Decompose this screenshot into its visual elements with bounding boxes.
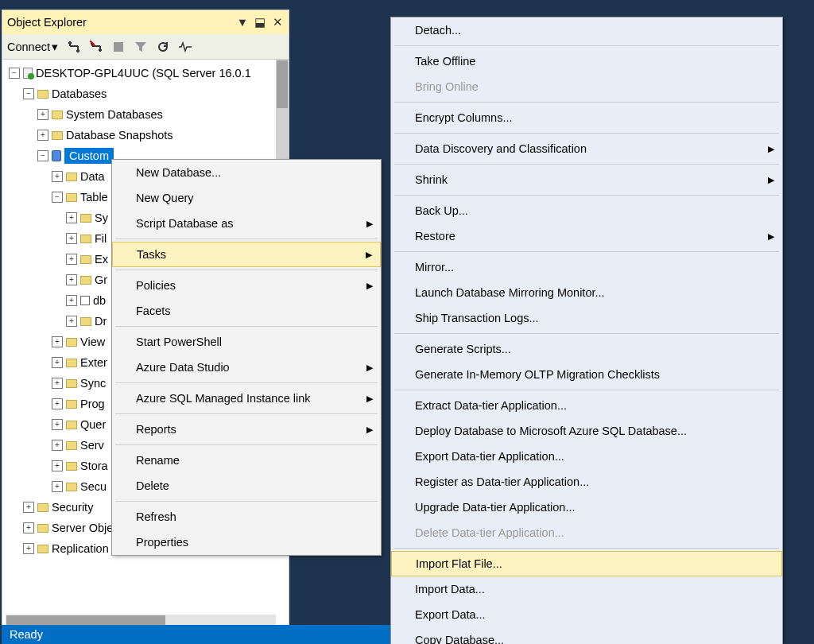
database-icon: [52, 150, 61, 161]
expand-icon[interactable]: +: [66, 274, 77, 285]
menu-item[interactable]: Deploy Database to Microsoft Azure SQL D…: [391, 418, 782, 444]
folder-icon: [66, 379, 77, 388]
menu-separator: [115, 239, 378, 239]
menu-item[interactable]: Generate Scripts...: [391, 336, 782, 362]
menu-item-label: Generate In-Memory OLTP Migration Checkl…: [415, 368, 660, 381]
activity-icon[interactable]: [179, 41, 192, 53]
menu-item[interactable]: Register as Data-tier Application...: [391, 469, 782, 495]
expand-icon[interactable]: +: [66, 254, 77, 265]
menu-item[interactable]: Take Offline: [391, 48, 782, 74]
folder-icon: [66, 338, 77, 347]
tree-databases-node[interactable]: −Databases: [6, 83, 289, 104]
menu-item[interactable]: Start PowerShell: [112, 329, 381, 355]
menu-item[interactable]: Export Data-tier Application...: [391, 444, 782, 469]
folder-icon: [66, 441, 77, 450]
menu-item[interactable]: Restore▶: [391, 223, 782, 249]
menu-item: Bring Online: [391, 74, 782, 99]
scrollbar-thumb[interactable]: [277, 60, 288, 108]
menu-separator: [394, 548, 779, 549]
expand-icon[interactable]: +: [66, 233, 77, 244]
collapse-icon[interactable]: −: [37, 150, 48, 161]
expand-icon[interactable]: +: [52, 460, 63, 471]
pin-icon[interactable]: ⬓: [254, 16, 266, 29]
menu-item[interactable]: Upgrade Data-tier Application...: [391, 495, 782, 520]
expand-icon[interactable]: +: [37, 109, 48, 120]
menu-item-label: Mirror...: [415, 261, 454, 274]
expand-icon[interactable]: +: [23, 502, 34, 513]
menu-item[interactable]: Encrypt Columns...: [391, 105, 782, 130]
menu-item-label: Start PowerShell: [136, 336, 222, 348]
menu-item[interactable]: Export Data...: [391, 602, 782, 627]
expand-icon[interactable]: +: [66, 316, 77, 327]
menu-item-label: Detach...: [415, 24, 461, 37]
menu-item[interactable]: Data Discovery and Classification▶: [391, 136, 782, 161]
menu-separator: [394, 390, 779, 390]
connect-icon[interactable]: [68, 41, 80, 53]
collapse-icon[interactable]: −: [9, 68, 20, 79]
menu-item[interactable]: New Database...: [112, 160, 381, 185]
panel-dropdown-icon[interactable]: ▼: [236, 16, 249, 29]
menu-item-label: Generate Scripts...: [415, 343, 511, 355]
menu-item[interactable]: Policies▶: [112, 273, 381, 298]
menu-item-label: Launch Database Mirroring Monitor...: [415, 286, 605, 299]
connect-button[interactable]: Connect ▾: [7, 41, 58, 53]
menu-separator: [115, 501, 378, 502]
folder-icon: [37, 503, 48, 512]
menu-item[interactable]: Refresh: [112, 504, 381, 530]
expand-icon[interactable]: +: [52, 398, 63, 409]
expand-icon[interactable]: +: [37, 130, 48, 141]
menu-item-label: Facets: [136, 305, 171, 317]
menu-item[interactable]: Azure SQL Managed Instance link▶: [112, 386, 381, 411]
tree-database-snapshots[interactable]: +Database Snapshots: [6, 125, 289, 145]
close-icon[interactable]: ✕: [271, 16, 284, 29]
menu-item[interactable]: Launch Database Mirroring Monitor...: [391, 280, 782, 305]
menu-item[interactable]: Back Up...: [391, 198, 782, 223]
menu-item-label: Azure Data Studio: [136, 361, 230, 374]
tasks-submenu[interactable]: Detach...Take OfflineBring OnlineEncrypt…: [390, 17, 783, 644]
expand-icon[interactable]: +: [52, 336, 63, 347]
refresh-icon[interactable]: [157, 41, 169, 53]
expand-icon[interactable]: +: [66, 295, 77, 306]
disconnect-icon[interactable]: [90, 41, 103, 53]
expand-icon[interactable]: +: [23, 543, 34, 554]
menu-item-label: Extract Data-tier Application...: [415, 399, 567, 412]
filter-icon[interactable]: [134, 41, 147, 53]
menu-item[interactable]: Shrink▶: [391, 167, 782, 192]
expand-icon[interactable]: +: [52, 357, 63, 368]
menu-item[interactable]: Generate In-Memory OLTP Migration Checkl…: [391, 362, 782, 387]
database-context-menu[interactable]: New Database...New QueryScript Database …: [111, 159, 382, 556]
expand-icon[interactable]: +: [52, 440, 63, 451]
menu-item[interactable]: Tasks▶: [112, 242, 381, 267]
menu-item[interactable]: Rename: [112, 448, 381, 473]
menu-item[interactable]: Facets: [112, 298, 381, 324]
menu-item[interactable]: Import Data...: [391, 576, 782, 602]
menu-item[interactable]: Script Database as▶: [112, 211, 381, 236]
menu-item[interactable]: Delete: [112, 473, 381, 499]
expand-icon[interactable]: +: [52, 378, 63, 389]
tree-system-databases[interactable]: +System Databases: [6, 104, 289, 125]
expand-icon[interactable]: +: [52, 171, 63, 182]
collapse-icon[interactable]: −: [52, 192, 63, 203]
menu-item[interactable]: New Query: [112, 185, 381, 211]
tree-server-node[interactable]: −DESKTOP-GPL4UUC (SQL Server 16.0.1: [6, 63, 289, 83]
menu-item[interactable]: Mirror...: [391, 254, 782, 280]
menu-item-label: New Database...: [136, 166, 221, 179]
expand-icon[interactable]: +: [66, 212, 77, 223]
menu-item-label: Restore: [415, 230, 455, 242]
menu-item[interactable]: Detach...: [391, 17, 782, 43]
expand-icon[interactable]: +: [23, 522, 34, 533]
menu-item[interactable]: Import Flat File...: [391, 551, 782, 576]
collapse-icon[interactable]: −: [23, 88, 34, 99]
menu-item[interactable]: Ship Transaction Logs...: [391, 305, 782, 331]
menu-item[interactable]: Extract Data-tier Application...: [391, 393, 782, 418]
svg-rect-0: [114, 42, 123, 52]
menu-separator: [394, 164, 779, 165]
menu-item-label: Properties: [136, 536, 188, 549]
expand-icon[interactable]: +: [52, 481, 63, 492]
menu-item[interactable]: Reports▶: [112, 417, 381, 442]
stop-icon[interactable]: [112, 41, 125, 53]
expand-icon[interactable]: +: [52, 419, 63, 430]
menu-item[interactable]: Azure Data Studio▶: [112, 355, 381, 380]
menu-item[interactable]: Copy Database...: [391, 627, 782, 644]
menu-item[interactable]: Properties: [112, 530, 381, 555]
